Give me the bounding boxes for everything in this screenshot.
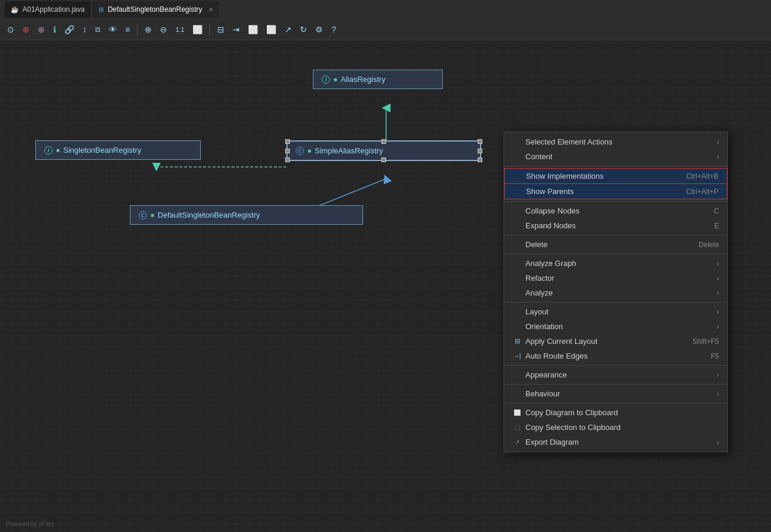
- menu-item-analyze[interactable]: Analyze ›: [504, 285, 727, 300]
- menu-item-analyze-graph[interactable]: Analyze Graph ›: [504, 256, 727, 271]
- node-label: SimpleAliasRegistry: [315, 146, 383, 155]
- toolbar-btn-zoom-reset[interactable]: 1:1: [173, 25, 187, 34]
- menu-label: Expand Nodes: [525, 221, 576, 230]
- menu-item-content[interactable]: Content ›: [504, 149, 727, 164]
- tab-label: A01Application.java: [22, 5, 84, 14]
- menu-item-refactor[interactable]: Refactor ›: [504, 271, 727, 285]
- menu-separator-6: [504, 365, 727, 366]
- toolbar: ⊙ ⊛ ⊕ ℹ 🔗 ↕ ⧈ 👁 ≡ ⊕ ⊖ 1:1 ⬜ ⊟ ⇥ ⬜ ⬜ ↗ ↻ …: [0, 19, 771, 40]
- menu-label: Apply Current Layout: [525, 337, 597, 346]
- toolbar-btn-filter[interactable]: ⧈: [93, 23, 103, 35]
- submenu-arrow: ›: [717, 260, 719, 268]
- menu-item-behaviour[interactable]: Behaviour ›: [504, 386, 727, 401]
- menu-item-export-diagram[interactable]: ↗ Export Diagram ›: [504, 435, 727, 449]
- resize-handle-tr[interactable]: [478, 139, 482, 144]
- bean-icon: ■: [56, 147, 60, 153]
- toolbar-btn-copy[interactable]: ⬜: [246, 24, 260, 35]
- menu-item-orientation[interactable]: Orientation ›: [504, 319, 727, 334]
- resize-handle-ml[interactable]: [285, 149, 290, 153]
- submenu-arrow: ›: [717, 308, 719, 316]
- toolbar-btn-settings[interactable]: ⚙: [313, 24, 325, 35]
- node-defaultsingleton[interactable]: C ■ DefaultSingletonBeanRegistry: [130, 205, 363, 225]
- toolbar-btn-link[interactable]: 🔗: [62, 24, 77, 35]
- toolbar-btn-fit[interactable]: ⬜: [190, 24, 205, 35]
- context-menu: Selected Element Actions › Content › Sho…: [504, 132, 728, 452]
- title-bar: ☕ A01Application.java ⊞ DefaultSingleton…: [0, 0, 771, 19]
- shortcut-label: Shift+F5: [692, 337, 719, 346]
- tab-defaultsingleton[interactable]: ⊞ DefaultSingletonBeanRegistry ✕: [93, 1, 218, 18]
- submenu-arrow: ›: [717, 274, 719, 283]
- class-icon: C: [296, 147, 304, 155]
- menu-item-copy-selection[interactable]: ⬚ Copy Selection to Clipboard: [504, 420, 727, 435]
- node-aliasregistry[interactable]: I ■ AliasRegistry: [313, 70, 443, 89]
- resize-handle-bm[interactable]: [381, 157, 386, 162]
- menu-item-delete[interactable]: Delete Delete: [504, 237, 727, 252]
- java-icon: ☕: [11, 6, 19, 14]
- toolbar-btn-info[interactable]: ℹ: [51, 24, 58, 35]
- toolbar-btn-snap[interactable]: ≡: [123, 24, 132, 35]
- menu-item-appearance[interactable]: Appearance ›: [504, 367, 727, 382]
- node-simplealiasregistry[interactable]: C ■ SimpleAliasRegistry: [286, 140, 481, 161]
- menu-icon-copy-selection: ⬚: [512, 424, 522, 431]
- menu-item-expand-nodes[interactable]: Expand Nodes E: [504, 218, 727, 233]
- shortcut-label: Delete: [698, 241, 719, 249]
- menu-label: Collapse Nodes: [525, 206, 580, 215]
- node-singletonbeanregistry[interactable]: I ■ SingletonBeanRegistry: [35, 140, 201, 160]
- toolbar-btn-export[interactable]: ⊟: [215, 24, 227, 35]
- menu-item-show-implementations[interactable]: Show Implementations Ctrl+Alt+B: [504, 168, 727, 184]
- menu-icon-export: ↗: [512, 439, 522, 445]
- submenu-arrow: ›: [717, 138, 719, 146]
- toolbar-btn-maven[interactable]: ⊕: [35, 24, 47, 35]
- menu-label: Export Diagram: [525, 438, 579, 446]
- menu-label: Copy Diagram to Clipboard: [525, 408, 618, 417]
- menu-item-layout[interactable]: Layout ›: [504, 304, 727, 319]
- menu-item-auto-route[interactable]: →| Auto Route Edges F5: [504, 349, 727, 363]
- menu-separator-2: [504, 201, 727, 202]
- menu-separator-5: [504, 302, 727, 303]
- menu-item-copy-diagram[interactable]: ⬜ Copy Diagram to Clipboard: [504, 405, 727, 420]
- menu-label: Content: [525, 152, 553, 161]
- toolbar-btn-external[interactable]: ↗: [282, 24, 294, 35]
- node-label: SingletonBeanRegistry: [63, 146, 141, 155]
- shortcut-label: Ctrl+Alt+P: [686, 188, 718, 196]
- node-label: DefaultSingletonBeanRegistry: [158, 211, 260, 219]
- toolbar-separator-2: [210, 24, 210, 35]
- menu-label: Analyze Graph: [525, 259, 576, 268]
- resize-handle-bl[interactable]: [285, 157, 290, 162]
- tab-a01application[interactable]: ☕ A01Application.java: [5, 1, 90, 18]
- toolbar-btn-refresh[interactable]: ↻: [298, 24, 309, 35]
- resize-handle-mr[interactable]: [478, 149, 482, 153]
- toolbar-btn-sort[interactable]: ↕: [80, 24, 89, 35]
- toolbar-btn-arrow[interactable]: ⇥: [230, 24, 242, 35]
- shortcut-label: C: [714, 207, 719, 215]
- menu-label: Selected Element Actions: [525, 137, 612, 146]
- submenu-arrow: ›: [717, 438, 719, 446]
- shortcut-label: Ctrl+Alt+B: [686, 172, 718, 180]
- menu-item-collapse-nodes[interactable]: Collapse Nodes C: [504, 203, 727, 218]
- close-icon[interactable]: ✕: [208, 6, 213, 13]
- toolbar-btn-zoomin[interactable]: ⊕: [142, 24, 154, 35]
- resize-handle-tm[interactable]: [381, 139, 386, 144]
- menu-item-selected-element-actions[interactable]: Selected Element Actions ›: [504, 134, 727, 149]
- toolbar-btn-visibility[interactable]: 👁: [106, 24, 119, 35]
- submenu-arrow: ›: [717, 390, 719, 398]
- diagram-canvas[interactable]: I ■ AliasRegistry I ■ SingletonBeanRegis…: [0, 40, 771, 532]
- node-label: AliasRegistry: [341, 75, 386, 84]
- menu-item-show-parents[interactable]: Show Parents Ctrl+Alt+P: [504, 184, 727, 199]
- toolbar-btn-annotate[interactable]: ⊛: [20, 24, 32, 35]
- menu-label: Auto Route Edges: [525, 352, 588, 360]
- resize-handle-br[interactable]: [478, 157, 482, 162]
- toolbar-btn-zoomout[interactable]: ⊖: [158, 24, 169, 35]
- menu-label: Analyze: [525, 288, 553, 297]
- submenu-arrow: ›: [717, 289, 719, 297]
- toolbar-btn-help[interactable]: ?: [329, 24, 338, 35]
- menu-label: Orientation: [525, 322, 563, 331]
- toolbar-separator-1: [137, 24, 138, 35]
- shortcut-label: F5: [711, 352, 719, 360]
- menu-item-apply-layout[interactable]: ⊟ Apply Current Layout Shift+F5: [504, 334, 727, 349]
- resize-handle-tl[interactable]: [285, 139, 290, 144]
- menu-separator-3: [504, 235, 727, 235]
- toolbar-btn-circle[interactable]: ⊙: [5, 24, 17, 35]
- menu-label: Show Parents: [526, 187, 574, 196]
- toolbar-btn-open[interactable]: ⬜: [264, 24, 279, 35]
